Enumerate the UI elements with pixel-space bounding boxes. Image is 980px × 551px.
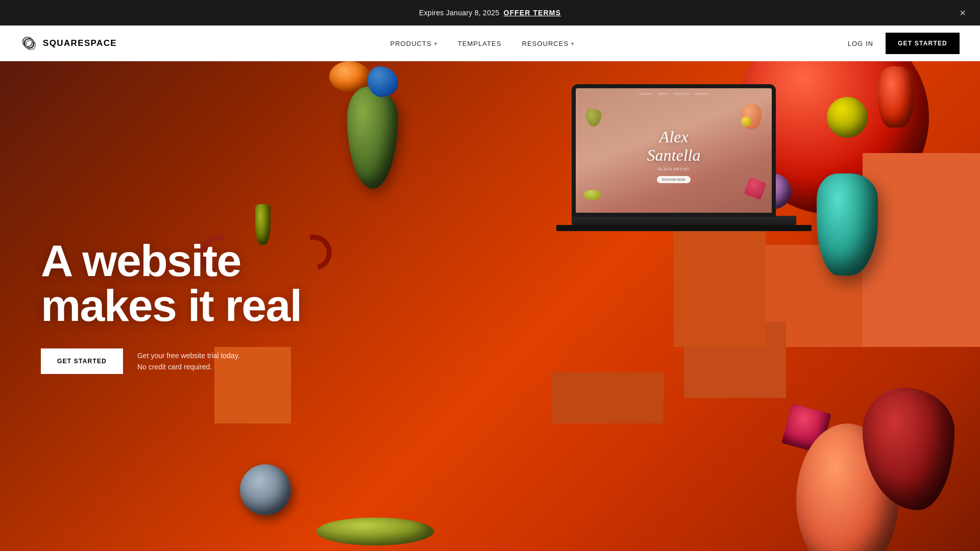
decorative-cube-4 [863,153,980,347]
nav-templates-label: TEMPLATES [458,40,502,47]
decorative-blue-sphere [240,464,291,515]
laptop-mockup: GALLERY ABOUT STOCKISTS CONTACT AlexSant… [572,84,786,242]
logo[interactable]: SQUARESPACE [20,35,117,52]
hero-subtitle-line1: Get your free website trial today. [137,350,240,361]
close-announcement-button[interactable]: × [960,8,966,18]
squarespace-logo-icon [20,35,38,52]
nav-actions: LOG IN GET STARTED [848,33,960,54]
decorative-teal-object [817,173,878,276]
laptop-nav-stockists: STOCKISTS [674,92,690,95]
hero-headline-line2: makes it real [41,280,301,331]
get-started-nav-button[interactable]: GET STARTED [886,33,960,54]
laptop-screen-nav: GALLERY ABOUT STOCKISTS CONTACT [576,92,772,95]
laptop-discover-cta: DISCOVER MORE [657,176,691,183]
get-started-hero-button[interactable]: GET STARTED [41,348,123,374]
laptop-nav-contact: CONTACT [695,92,708,95]
offer-terms-link[interactable]: OFFER TERMS [503,9,561,17]
hero-subtitle-line2: No credit card required. [137,361,240,372]
hero-headline: A website makes it real [41,238,301,328]
decorative-red-vase [878,66,914,128]
laptop-screen: GALLERY ABOUT STOCKISTS CONTACT AlexSant… [572,84,776,217]
nav-resources[interactable]: RESOURCES ▾ [522,40,574,47]
chevron-down-icon-2: ▾ [571,41,574,46]
hero-section: GALLERY ABOUT STOCKISTS CONTACT AlexSant… [0,61,980,551]
logo-text: SQUARESPACE [43,38,117,48]
chevron-down-icon: ▾ [434,41,437,46]
hero-subtitle: Get your free website trial today. No cr… [137,350,240,373]
hero-content: A website makes it real GET STARTED Get … [41,238,301,374]
navbar: SQUARESPACE PRODUCTS ▾ TEMPLATES RESOURC… [0,26,980,61]
nav-links: PRODUCTS ▾ TEMPLATES RESOURCES ▾ [390,40,574,47]
nav-templates[interactable]: TEMPLATES [458,40,502,47]
laptop-base [572,216,796,225]
decorative-cube-6 [551,372,664,423]
laptop-screen-content: GALLERY ABOUT STOCKISTS CONTACT AlexSant… [576,88,772,213]
nav-products[interactable]: PRODUCTS ▾ [390,40,437,47]
laptop-artist-name: AlexSantella [647,128,701,164]
log-in-button[interactable]: LOG IN [848,40,873,47]
hero-headline-line1: A website [41,235,241,286]
nav-products-label: PRODUCTS [390,40,431,47]
announcement-bar: Expires January 8, 2025 OFFER TERMS × [0,0,980,26]
laptop-artist-title: GLASS ARTIST [658,167,690,171]
announcement-expires-text: Expires January 8, 2025 [419,9,499,17]
nav-resources-label: RESOURCES [522,40,569,47]
hero-cta-area: GET STARTED Get your free website trial … [41,348,301,374]
decorative-yellow-sphere [827,97,868,138]
laptop-nav-gallery: GALLERY [639,92,652,95]
laptop-bottom [556,225,812,231]
laptop-nav-about: ABOUT [658,92,667,95]
